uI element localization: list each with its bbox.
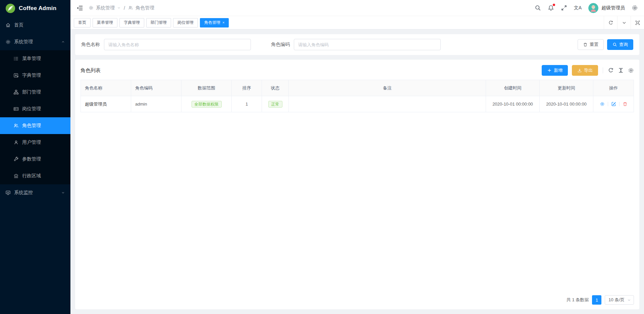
tab-label: 部门管理 — [151, 20, 167, 25]
settings-gear-icon[interactable] — [632, 5, 638, 11]
row-delete-icon[interactable] — [623, 102, 628, 107]
tab-home[interactable]: 首页 — [74, 18, 91, 27]
sidebar-item-dict-management[interactable]: 字典管理 — [0, 67, 70, 84]
search-icon — [612, 42, 617, 47]
column-settings-gear-icon[interactable] — [628, 67, 634, 73]
tab-label: 字典管理 — [124, 20, 140, 25]
cell-sort: 1 — [232, 96, 262, 112]
list-card-header: 角色列表 新增 导出 — [80, 64, 634, 80]
row-edit-icon[interactable] — [611, 102, 616, 107]
page-size-select[interactable]: 10 条/页 — [605, 295, 634, 305]
sidebar-item-dept-management[interactable]: 部门管理 — [0, 84, 70, 101]
col-role-code: 角色编码 — [131, 80, 181, 96]
sidebar-item-role-management[interactable]: 角色管理 — [0, 117, 70, 134]
home-icon — [5, 22, 11, 28]
sidebar-item-menu-management[interactable]: 菜单管理 — [0, 50, 70, 67]
sidebar-item-label: 字典管理 — [22, 72, 41, 78]
cell-updated: 2020-10-01 00:00:00 — [540, 96, 593, 112]
chevron-down-icon — [61, 191, 65, 195]
refresh-icon[interactable] — [604, 16, 617, 29]
search-button[interactable]: 查询 — [607, 39, 633, 50]
avatar — [588, 3, 598, 13]
tab-label: 角色管理 — [204, 20, 220, 25]
sidebar-item-param-management[interactable]: 参数管理 — [0, 151, 70, 168]
tab-dept-management[interactable]: 部门管理 — [146, 18, 171, 27]
sidebar-item-system-monitor[interactable]: 系统监控 — [0, 184, 70, 201]
maximize-content-icon[interactable] — [631, 16, 644, 29]
tab-bar-tools — [604, 16, 644, 29]
breadcrumb-separator: / — [124, 5, 125, 11]
tab-close-icon[interactable]: × — [222, 21, 224, 24]
role-name-input[interactable] — [104, 39, 251, 50]
tab-label: 菜单管理 — [97, 20, 113, 25]
app-title: Coffee Admin — [19, 5, 56, 12]
cell-role-name: 超级管理员 — [81, 96, 131, 112]
export-button[interactable]: 导出 — [572, 65, 598, 76]
tab-role-management[interactable]: 角色管理 × — [200, 18, 229, 27]
sidebar-item-admin-region[interactable]: 行政区域 — [0, 168, 70, 184]
search-button-label: 查询 — [619, 42, 628, 48]
tab-options-chevron-icon[interactable] — [617, 16, 631, 29]
translate-icon[interactable]: 文A — [574, 5, 582, 11]
notification-bell-icon[interactable] — [548, 5, 554, 11]
content-area: 角色名称 角色编码 重置 查询 角色列表 — [70, 29, 644, 314]
row-permissions-gear-icon[interactable] — [600, 102, 605, 107]
op-divider — [619, 102, 620, 106]
sidebar-collapse-icon[interactable] — [76, 5, 83, 11]
tab-bar: 首页 菜单管理 字典管理 部门管理 岗位管理 角色管理 × — [70, 16, 644, 29]
sidebar-item-user-management[interactable]: 用户管理 — [0, 134, 70, 151]
row-density-icon[interactable] — [618, 67, 624, 73]
app-root: Coffee Admin 首页 系统管理 菜单管理 字典管理 部门管理 — [0, 0, 644, 314]
sidebar-item-home[interactable]: 首页 — [0, 17, 70, 34]
user-icon — [13, 140, 19, 145]
role-code-input[interactable] — [294, 39, 441, 50]
bank-icon — [13, 173, 19, 179]
col-data-scope: 数据范围 — [181, 80, 232, 96]
sidebar-item-label: 系统监控 — [14, 190, 33, 196]
sidebar-submenu-system: 菜单管理 字典管理 部门管理 岗位管理 角色管理 用户管理 — [0, 50, 70, 184]
pagination-page-1[interactable]: 1 — [592, 295, 601, 305]
tab-label: 岗位管理 — [177, 20, 194, 25]
download-icon — [577, 68, 582, 73]
chevron-down-icon — [627, 298, 631, 302]
reset-button[interactable]: 重置 — [578, 39, 604, 50]
col-operations: 操作 — [593, 80, 634, 96]
breadcrumb: 系统管理 / 角色管理 — [89, 5, 154, 11]
sidebar-item-label: 系统管理 — [14, 39, 33, 45]
dictionary-icon — [13, 73, 19, 78]
app-logo[interactable]: Coffee Admin — [0, 0, 70, 17]
cell-role-code: admin — [131, 96, 181, 112]
top-header: 系统管理 / 角色管理 文A — [70, 0, 644, 16]
tab-dict-management[interactable]: 字典管理 — [119, 18, 144, 27]
role-name-label: 角色名称 — [81, 42, 100, 48]
sidebar-item-label: 参数管理 — [22, 156, 41, 162]
sidebar-item-post-management[interactable]: 岗位管理 — [0, 101, 70, 117]
notification-badge-dot — [553, 4, 555, 6]
col-updated: 更新时间 — [540, 80, 593, 96]
user-menu[interactable]: 超级管理员 — [588, 3, 625, 13]
refresh-table-icon[interactable] — [608, 67, 614, 73]
filter-card: 角色名称 角色编码 重置 查询 — [75, 34, 639, 55]
list-icon — [13, 56, 19, 61]
user-name: 超级管理员 — [601, 5, 625, 11]
cell-operations — [593, 96, 634, 112]
data-scope-tag: 全部数据权限 — [192, 101, 222, 108]
toolbar-divider — [603, 67, 603, 73]
col-role-name: 角色名称 — [81, 80, 131, 96]
gear-icon — [5, 39, 11, 45]
tab-post-management[interactable]: 岗位管理 — [173, 18, 198, 27]
sidebar-item-system-management[interactable]: 系统管理 — [0, 34, 70, 50]
sidebar-item-label: 角色管理 — [22, 123, 41, 129]
sidebar-item-label: 首页 — [14, 22, 23, 28]
spring-leaf-logo-icon — [5, 3, 15, 13]
col-sort: 排序 — [232, 80, 262, 96]
plus-icon — [547, 68, 552, 73]
fullscreen-icon[interactable] — [561, 5, 567, 11]
wrench-icon — [13, 156, 19, 162]
table-header-row: 角色名称 角色编码 数据范围 排序 状态 备注 创建时间 更新时间 操作 — [81, 80, 634, 96]
add-button[interactable]: 新增 — [542, 65, 568, 76]
search-icon[interactable] — [535, 5, 541, 11]
sidebar-item-label: 行政区域 — [22, 173, 41, 179]
tab-menu-management[interactable]: 菜单管理 — [93, 18, 117, 27]
breadcrumb-item-system[interactable]: 系统管理 — [96, 5, 115, 11]
